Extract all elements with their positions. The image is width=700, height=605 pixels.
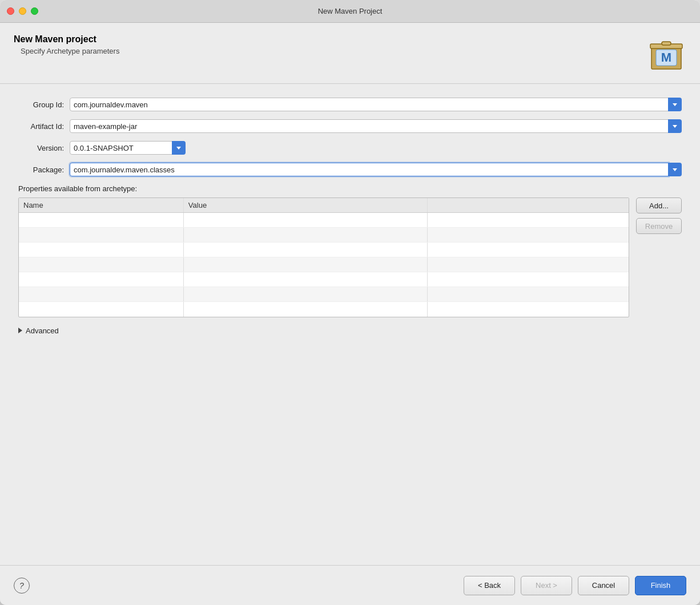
cell-value — [183, 272, 427, 287]
window-title: New Maven Project — [318, 7, 383, 15]
remove-button[interactable]: Remove — [636, 218, 682, 234]
properties-container: Name Value — [18, 197, 682, 317]
advanced-label: Advanced — [26, 326, 59, 335]
package-dropdown[interactable] — [668, 163, 682, 176]
group-id-input[interactable] — [70, 98, 669, 111]
artifact-id-input[interactable] — [70, 119, 669, 133]
version-row: Version: — [18, 141, 682, 155]
table-row — [19, 257, 629, 272]
footer-left: ? — [14, 578, 30, 594]
group-id-dropdown[interactable] — [668, 98, 682, 111]
maximize-button[interactable] — [31, 7, 38, 15]
col-header-value: Value — [183, 198, 427, 213]
header: New Maven project Specify Archetype para… — [0, 23, 700, 84]
table-row — [19, 228, 629, 243]
version-dropdown[interactable] — [172, 141, 186, 155]
cell-name — [19, 272, 183, 287]
cell-extra — [428, 272, 629, 287]
table-row — [19, 213, 629, 228]
advanced-section[interactable]: Advanced — [18, 326, 682, 335]
chevron-down-icon — [176, 147, 181, 150]
side-buttons: Add... Remove — [636, 197, 682, 234]
svg-text:M: M — [661, 50, 671, 64]
package-row: Package: — [18, 163, 682, 176]
cell-name — [19, 243, 183, 257]
artifact-id-row: Artifact Id: — [18, 119, 682, 133]
help-button[interactable]: ? — [14, 578, 30, 594]
package-input[interactable] — [70, 163, 669, 176]
cell-name — [19, 287, 183, 302]
version-label: Version: — [18, 144, 70, 152]
cell-extra — [428, 213, 629, 228]
cell-extra — [428, 228, 629, 243]
back-button[interactable]: < Back — [464, 576, 515, 595]
cell-value — [183, 228, 427, 243]
artifact-id-label: Artifact Id: — [18, 122, 70, 131]
chevron-down-icon — [673, 103, 677, 106]
cell-value — [183, 302, 427, 317]
package-label: Package: — [18, 166, 70, 174]
maven-icon: M — [646, 34, 686, 74]
window-controls — [7, 7, 38, 15]
content-area: Group Id: Artifact Id: Version: — [0, 84, 700, 565]
cell-name — [19, 302, 183, 317]
version-input[interactable] — [70, 141, 172, 155]
cell-value — [183, 257, 427, 272]
col-header-name: Name — [19, 198, 183, 213]
table-row — [19, 243, 629, 257]
page-subtitle: Specify Archetype parameters — [14, 47, 119, 55]
expand-arrow-icon — [18, 328, 22, 333]
window: New Maven Project New Maven project Spec… — [0, 0, 700, 605]
table-row — [19, 272, 629, 287]
group-id-wrapper — [70, 98, 682, 111]
properties-section: Properties available from archetype: Nam… — [18, 184, 682, 317]
package-wrapper — [70, 163, 682, 176]
table-row — [19, 302, 629, 317]
artifact-id-dropdown[interactable] — [668, 119, 682, 133]
properties-label: Properties available from archetype: — [18, 184, 682, 193]
chevron-down-icon — [673, 168, 677, 171]
properties-table: Name Value — [19, 198, 629, 317]
cell-name — [19, 257, 183, 272]
cancel-button[interactable]: Cancel — [578, 576, 629, 595]
cell-extra — [428, 287, 629, 302]
artifact-id-wrapper — [70, 119, 682, 133]
cell-name — [19, 213, 183, 228]
titlebar: New Maven Project — [0, 0, 700, 23]
table-row — [19, 287, 629, 302]
add-button[interactable]: Add... — [636, 197, 682, 213]
page-title: New Maven project — [14, 34, 119, 45]
close-button[interactable] — [7, 7, 14, 15]
properties-table-wrapper: Name Value — [18, 197, 629, 317]
col-header-extra — [428, 198, 629, 213]
cell-value — [183, 287, 427, 302]
footer-right: < Back Next > Cancel Finish — [464, 576, 686, 595]
finish-button[interactable]: Finish — [635, 576, 686, 595]
next-button[interactable]: Next > — [521, 576, 572, 595]
cell-value — [183, 243, 427, 257]
cell-extra — [428, 257, 629, 272]
svg-rect-2 — [662, 42, 671, 45]
cell-extra — [428, 302, 629, 317]
cell-extra — [428, 243, 629, 257]
minimize-button[interactable] — [19, 7, 26, 15]
version-wrapper — [70, 141, 186, 155]
group-id-row: Group Id: — [18, 98, 682, 111]
footer: ? < Back Next > Cancel Finish — [0, 565, 700, 605]
chevron-down-icon — [673, 125, 677, 128]
group-id-label: Group Id: — [18, 100, 70, 109]
cell-name — [19, 228, 183, 243]
cell-value — [183, 213, 427, 228]
header-text: New Maven project Specify Archetype para… — [14, 34, 119, 55]
